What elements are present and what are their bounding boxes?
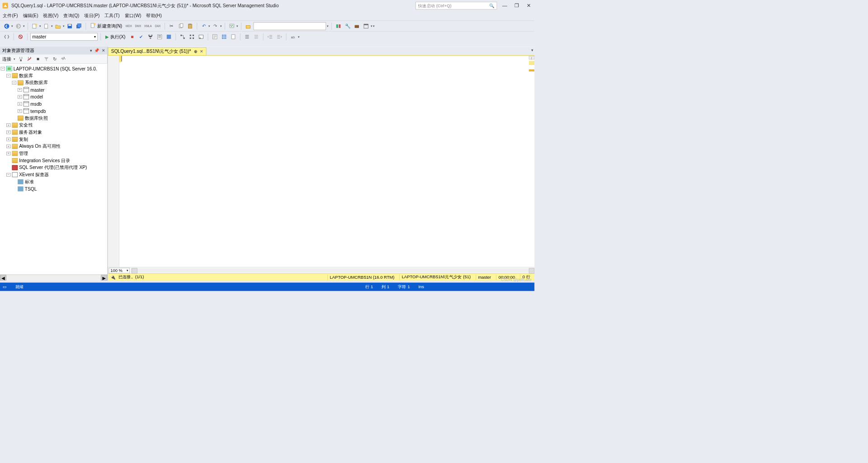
- close-button[interactable]: ✕: [525, 3, 533, 9]
- nav-back-button[interactable]: [3, 22, 10, 30]
- uncomment-button[interactable]: [253, 33, 260, 40]
- tree-db-msdb[interactable]: +msdb: [0, 100, 107, 108]
- menu-edit[interactable]: 编辑(E): [23, 13, 38, 19]
- cut-button[interactable]: ✂: [168, 22, 175, 30]
- undo-dropdown-icon[interactable]: ▾: [208, 24, 210, 28]
- redo-dropdown-icon[interactable]: ▾: [220, 24, 222, 28]
- nav-forward-button[interactable]: [14, 22, 22, 30]
- change-connection-button[interactable]: [3, 33, 10, 40]
- layout-dropdown-icon[interactable]: ▾: [371, 24, 373, 28]
- code-editor[interactable]: ↕: [108, 56, 535, 267]
- xmla-query-button[interactable]: XMLA: [143, 22, 152, 30]
- horizontal-scrollbar[interactable]: [131, 268, 534, 273]
- tree-server-objects[interactable]: +服务器对象: [0, 129, 107, 136]
- dax-query-button[interactable]: DAX: [154, 22, 161, 30]
- tree-agent[interactable]: SQL Server 代理(已禁用代理 XP): [0, 164, 107, 171]
- tab-overflow-icon[interactable]: ▾: [531, 48, 533, 52]
- menu-view[interactable]: 视图(V): [43, 13, 58, 19]
- decrease-indent-button[interactable]: [266, 33, 274, 40]
- paste-button[interactable]: [186, 22, 194, 30]
- parse-button[interactable]: ✔: [137, 33, 145, 40]
- menu-window[interactable]: 窗口(W): [125, 13, 142, 19]
- activity-dropdown-icon[interactable]: ▾: [236, 24, 238, 28]
- connect-dropdown-icon[interactable]: ▾: [14, 57, 15, 61]
- disconnect-button[interactable]: [17, 33, 24, 40]
- tree-integration[interactable]: Integration Services 目录: [0, 157, 107, 164]
- tree-replication[interactable]: +复制: [0, 136, 107, 143]
- new-project-button[interactable]: [31, 22, 38, 30]
- new-file-dropdown-icon[interactable]: ▾: [51, 24, 53, 28]
- tree-db-master[interactable]: +master: [0, 86, 107, 94]
- intellisense-button[interactable]: [165, 33, 173, 40]
- split-handle-icon[interactable]: ↕: [529, 56, 535, 60]
- tree-xevent-tsql[interactable]: TSQL: [0, 185, 107, 192]
- menu-file[interactable]: 文件(F): [3, 13, 18, 19]
- tree-xevent-standard[interactable]: 标准: [0, 178, 107, 186]
- connect-label[interactable]: 连接: [2, 56, 11, 62]
- quick-launch-input[interactable]: 快速启动 (Ctrl+Q) 🔍: [415, 2, 497, 9]
- activity-monitor-button[interactable]: [228, 22, 236, 30]
- toolbox-button[interactable]: [353, 22, 361, 30]
- tree-security[interactable]: +安全性: [0, 122, 107, 129]
- results-file-button[interactable]: [230, 33, 237, 40]
- refresh-icon[interactable]: ↻: [52, 56, 58, 62]
- new-file-button[interactable]: [42, 22, 50, 30]
- new-project-dropdown-icon[interactable]: ▾: [39, 24, 41, 28]
- minimize-button[interactable]: —: [501, 3, 509, 9]
- increase-indent-button[interactable]: [275, 33, 283, 40]
- toolbar2-overflow-icon[interactable]: ▾: [298, 35, 300, 38]
- tree-databases-node[interactable]: − 数据库: [0, 72, 107, 80]
- maximize-button[interactable]: ❐: [513, 3, 520, 9]
- comment-button[interactable]: [243, 33, 251, 40]
- copy-button[interactable]: [177, 22, 184, 30]
- tree-server-node[interactable]: − LAPTOP-UMCRBS1N (SQL Server 16.0.: [0, 65, 107, 72]
- attach-debugger-button[interactable]: [335, 22, 342, 30]
- database-select[interactable]: master ▾: [30, 33, 98, 40]
- stop-icon[interactable]: ■: [35, 56, 41, 62]
- filter-icon[interactable]: [43, 56, 49, 62]
- redo-button[interactable]: ↷: [212, 22, 219, 30]
- tree-db-model[interactable]: +model: [0, 94, 107, 101]
- include-actual-plan-button[interactable]: [179, 33, 187, 40]
- document-tab[interactable]: SQLQuery1.sql...BS1N\元气少女 (51))* ⊕ ✕: [108, 47, 207, 56]
- cancel-query-button[interactable]: ■: [128, 33, 136, 40]
- query-options-button[interactable]: [156, 33, 164, 40]
- client-stats-button[interactable]: [197, 33, 205, 40]
- menu-help[interactable]: 帮助(H): [146, 13, 161, 19]
- disconnect-icon[interactable]: [27, 56, 33, 62]
- connect-icon[interactable]: [18, 56, 24, 62]
- menu-tools[interactable]: 工具(T): [104, 13, 119, 19]
- tree-management[interactable]: +管理: [0, 150, 107, 157]
- toolbar-overflow-icon[interactable]: ▾: [373, 24, 375, 28]
- nav-back-dropdown-icon[interactable]: ▾: [11, 24, 13, 28]
- execute-button[interactable]: ▶ 执行(X): [104, 33, 127, 40]
- activity-icon[interactable]: [61, 56, 66, 62]
- results-grid-button[interactable]: [220, 33, 228, 40]
- tree-alwayson[interactable]: +Always On 高可用性: [0, 143, 107, 150]
- object-explorer-tree[interactable]: − LAPTOP-UMCRBS1N (SQL Server 16.0. − 数据…: [0, 64, 107, 275]
- results-text-button[interactable]: [211, 33, 219, 40]
- close-tab-icon[interactable]: ✕: [200, 49, 203, 54]
- open-folder-button[interactable]: [54, 22, 62, 30]
- solution-config-dropdown-icon[interactable]: ▾: [327, 24, 329, 28]
- tree-db-tempdb[interactable]: +tempdb: [0, 108, 107, 115]
- new-query-button[interactable]: 新建查询(N): [89, 22, 124, 30]
- live-stats-button[interactable]: [188, 33, 196, 40]
- dmx-query-button[interactable]: DMX: [134, 22, 142, 30]
- undo-button[interactable]: ↶: [200, 22, 208, 30]
- pin-icon[interactable]: 📌: [94, 48, 99, 53]
- object-explorer-scrollbar[interactable]: ◄►: [0, 275, 107, 281]
- panel-close-icon[interactable]: ✕: [102, 48, 105, 53]
- tools-button[interactable]: 🔧: [344, 22, 351, 30]
- tree-system-databases-node[interactable]: − 系统数据库: [0, 79, 107, 86]
- solution-config-select[interactable]: [254, 22, 326, 30]
- save-button[interactable]: [66, 22, 74, 30]
- specify-template-button[interactable]: ab: [289, 33, 297, 40]
- registered-servers-button[interactable]: [244, 22, 252, 30]
- mdx-query-button[interactable]: MDX: [125, 22, 132, 30]
- nav-fwd-dropdown-icon[interactable]: ▾: [23, 24, 25, 28]
- save-all-button[interactable]: [75, 22, 83, 30]
- tree-db-snapshots[interactable]: 数据库快照: [0, 115, 107, 122]
- pin-tab-icon[interactable]: ⊕: [194, 49, 197, 54]
- zoom-select[interactable]: 100 % ▾: [108, 267, 130, 273]
